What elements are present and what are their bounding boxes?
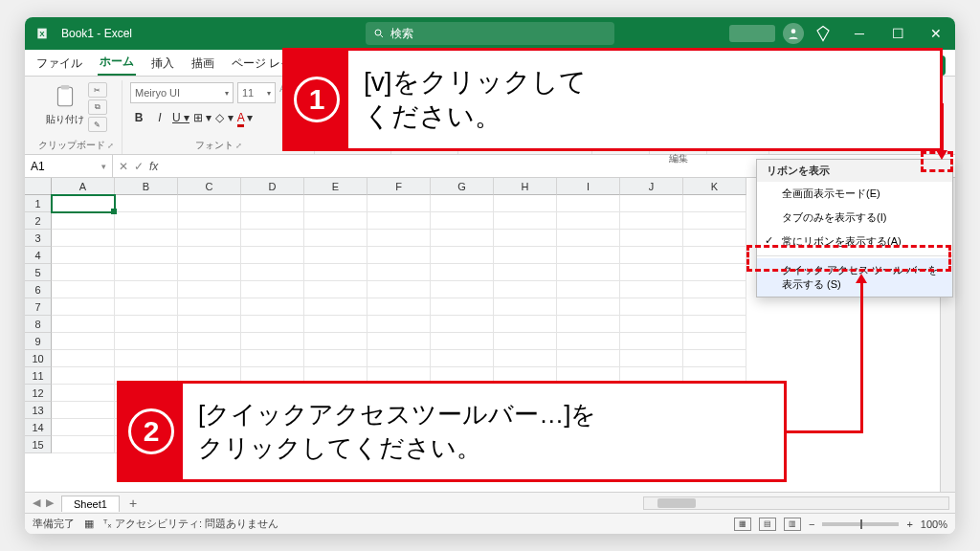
cell-F6[interactable]	[368, 281, 431, 298]
col-header-G[interactable]: G	[431, 178, 494, 195]
search-box[interactable]: 検索	[366, 22, 614, 45]
cell-K9[interactable]	[683, 333, 746, 350]
paste-button[interactable]: 貼り付け	[46, 82, 84, 126]
cancel-formula-icon[interactable]: ✕	[119, 160, 128, 173]
cell-F7[interactable]	[368, 298, 431, 316]
cell-K2[interactable]	[683, 212, 746, 230]
cell-H5[interactable]	[494, 264, 557, 281]
row-header-11[interactable]: 11	[25, 367, 52, 385]
col-header-F[interactable]: F	[368, 178, 431, 195]
cell-J7[interactable]	[620, 298, 683, 316]
cell-A12[interactable]	[52, 385, 115, 402]
col-header-I[interactable]: I	[557, 178, 620, 195]
user-avatar[interactable]	[783, 23, 804, 44]
cell-A4[interactable]	[52, 247, 115, 264]
col-header-H[interactable]: H	[494, 178, 557, 195]
cell-G4[interactable]	[431, 247, 494, 264]
cell-H2[interactable]	[494, 212, 557, 230]
cell-D1[interactable]	[241, 195, 304, 212]
cell-A6[interactable]	[52, 281, 115, 298]
cell-J1[interactable]	[620, 195, 683, 212]
row-header-8[interactable]: 8	[25, 316, 52, 333]
cell-F9[interactable]	[368, 333, 431, 350]
cell-B7[interactable]	[115, 298, 178, 316]
row-header-12[interactable]: 12	[25, 385, 52, 402]
cell-K7[interactable]	[683, 298, 746, 316]
cell-A2[interactable]	[52, 212, 115, 230]
cell-G3[interactable]	[431, 230, 494, 247]
menu-tabs-only[interactable]: タブのみを表示する(I)	[757, 206, 952, 230]
cell-E3[interactable]	[304, 230, 368, 247]
horizontal-scrollbar[interactable]	[643, 496, 949, 510]
cell-E4[interactable]	[304, 247, 368, 264]
tab-draw[interactable]: 描画	[189, 52, 216, 76]
cell-I3[interactable]	[557, 230, 620, 247]
sheet-tab-sheet1[interactable]: Sheet1	[61, 496, 120, 512]
copy-button[interactable]: ⧉	[88, 99, 107, 115]
fill-color-button[interactable]: ◇ ▾	[215, 111, 233, 124]
cell-A3[interactable]	[52, 230, 115, 247]
cell-E9[interactable]	[304, 333, 368, 350]
cell-H3[interactable]	[494, 230, 557, 247]
enter-formula-icon[interactable]: ✓	[134, 160, 144, 173]
sheet-nav-prev[interactable]: ◀	[33, 496, 40, 509]
row-header-13[interactable]: 13	[25, 402, 52, 419]
cell-D7[interactable]	[241, 298, 304, 316]
cell-B6[interactable]	[115, 281, 178, 298]
font-size-select[interactable]: 11▾	[237, 82, 276, 103]
cell-J3[interactable]	[620, 230, 683, 247]
name-box[interactable]: A1▾	[25, 155, 113, 177]
cell-B8[interactable]	[115, 316, 178, 333]
cell-F2[interactable]	[368, 212, 431, 230]
cell-G7[interactable]	[431, 298, 494, 316]
status-accessibility[interactable]: ᵀₓ アクセシビリティ: 問題ありません	[103, 517, 278, 531]
row-header-2[interactable]: 2	[25, 212, 52, 230]
cell-K8[interactable]	[683, 316, 746, 333]
cell-C6[interactable]	[178, 281, 241, 298]
col-header-E[interactable]: E	[304, 178, 368, 195]
cell-C10[interactable]	[178, 350, 241, 367]
cell-H8[interactable]	[494, 316, 557, 333]
cell-H6[interactable]	[494, 281, 557, 298]
row-header-3[interactable]: 3	[25, 230, 52, 247]
cell-I7[interactable]	[557, 298, 620, 316]
cell-D3[interactable]	[241, 230, 304, 247]
tab-home[interactable]: ホーム	[98, 50, 136, 76]
cell-H10[interactable]	[494, 350, 557, 367]
cell-E10[interactable]	[304, 350, 368, 367]
zoom-out-button[interactable]: −	[809, 518, 814, 530]
zoom-level[interactable]: 100%	[921, 518, 947, 530]
cell-D8[interactable]	[241, 316, 304, 333]
cell-E1[interactable]	[304, 195, 368, 212]
cell-B3[interactable]	[115, 230, 178, 247]
cell-G6[interactable]	[431, 281, 494, 298]
row-header-15[interactable]: 15	[25, 436, 52, 453]
row-header-4[interactable]: 4	[25, 247, 52, 264]
cell-G1[interactable]	[431, 195, 494, 212]
cell-K5[interactable]	[683, 264, 746, 281]
cell-K10[interactable]	[683, 350, 746, 367]
col-header-A[interactable]: A	[52, 178, 115, 195]
cell-C8[interactable]	[178, 316, 241, 333]
cell-A10[interactable]	[52, 350, 115, 367]
cell-A14[interactable]	[52, 419, 115, 436]
cell-C4[interactable]	[178, 247, 241, 264]
maximize-button[interactable]: ☐	[879, 17, 917, 50]
border-button[interactable]: ⊞ ▾	[193, 111, 212, 124]
cell-B4[interactable]	[115, 247, 178, 264]
cell-F5[interactable]	[368, 264, 431, 281]
cell-H4[interactable]	[494, 247, 557, 264]
cell-C2[interactable]	[178, 212, 241, 230]
font-color-button[interactable]: A ▾	[237, 111, 254, 124]
cell-E2[interactable]	[304, 212, 368, 230]
cell-J10[interactable]	[620, 350, 683, 367]
col-header-D[interactable]: D	[241, 178, 304, 195]
cell-G9[interactable]	[431, 333, 494, 350]
italic-button[interactable]: I	[151, 111, 168, 124]
cell-F1[interactable]	[368, 195, 431, 212]
row-header-7[interactable]: 7	[25, 298, 52, 316]
col-header-K[interactable]: K	[683, 178, 746, 195]
row-header-1[interactable]: 1	[25, 195, 52, 212]
cell-C9[interactable]	[178, 333, 241, 350]
cell-A1[interactable]	[52, 195, 115, 212]
